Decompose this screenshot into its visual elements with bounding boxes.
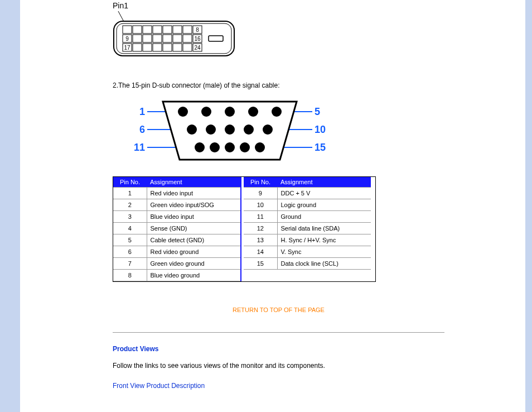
dvi-pin-24: 24 xyxy=(194,45,201,51)
dvi-connector-diagram: 8 9 16 17 24 xyxy=(113,11,444,61)
svg-rect-23 xyxy=(163,44,172,51)
th-assign-left: Assignment xyxy=(147,177,240,188)
svg-point-39 xyxy=(272,107,282,117)
dvi-pin-9: 9 xyxy=(125,36,129,42)
vga-label-15: 15 xyxy=(315,142,326,153)
svg-rect-20 xyxy=(133,44,142,51)
th-assign-right: Assignment xyxy=(277,177,371,188)
svg-point-45 xyxy=(195,142,205,152)
table-row: 14V. Sync xyxy=(244,246,371,258)
svg-rect-16 xyxy=(173,35,182,42)
table-row: 5Cable detect (GND) xyxy=(113,234,240,246)
svg-rect-8 xyxy=(173,26,182,33)
vga-label-11: 11 xyxy=(134,142,145,153)
svg-point-49 xyxy=(255,142,265,152)
svg-point-42 xyxy=(225,124,235,135)
product-views-heading: Product Views xyxy=(113,345,444,353)
table-row: 3Blue video input xyxy=(113,211,240,223)
svg-point-41 xyxy=(206,124,216,135)
divider xyxy=(113,332,444,333)
svg-point-48 xyxy=(240,142,250,152)
table-row: 8Blue video ground xyxy=(113,270,240,281)
svg-point-40 xyxy=(187,124,197,135)
svg-rect-7 xyxy=(163,26,172,33)
table-row: 10Logic ground xyxy=(244,199,371,211)
front-view-link[interactable]: Front View Product Description xyxy=(113,382,205,390)
return-to-top-link[interactable]: RETURN TO TOP OF THE PAGE xyxy=(233,306,325,313)
svg-rect-27 xyxy=(209,36,223,41)
svg-rect-21 xyxy=(143,44,152,51)
svg-point-38 xyxy=(248,107,258,117)
table-row: 11Ground xyxy=(244,211,371,223)
vga-label-6: 6 xyxy=(139,124,145,135)
pin1-label: Pin1 xyxy=(113,1,444,10)
dvi-pin-16: 16 xyxy=(194,36,201,42)
caption-dsub: 2.The 15-pin D-sub connector (male) of t… xyxy=(113,82,444,89)
svg-rect-25 xyxy=(183,44,192,51)
svg-rect-24 xyxy=(173,44,182,51)
svg-rect-15 xyxy=(163,35,172,42)
table-row: 1Red video input xyxy=(113,188,240,199)
svg-point-46 xyxy=(210,142,220,152)
vga-connector-diagram: 1 6 11 5 10 15 xyxy=(129,98,444,165)
th-pin-left: Pin No. xyxy=(113,177,147,188)
table-row: 2Green video input/SOG xyxy=(113,199,240,211)
svg-point-37 xyxy=(225,107,235,117)
svg-rect-17 xyxy=(183,35,192,42)
vga-label-5: 5 xyxy=(315,106,320,117)
th-pin-right: Pin No. xyxy=(244,177,277,188)
table-row: 6Red video ground xyxy=(113,246,240,258)
svg-rect-6 xyxy=(153,26,162,33)
svg-point-44 xyxy=(263,124,273,135)
vga-label-1: 1 xyxy=(139,106,145,117)
table-row: 12Serial data line (SDA) xyxy=(244,223,371,234)
svg-point-43 xyxy=(244,124,254,135)
table-row: 7Green video ground xyxy=(113,258,240,270)
dvi-pin-17: 17 xyxy=(124,45,130,51)
svg-rect-4 xyxy=(133,26,142,33)
svg-rect-9 xyxy=(183,26,192,33)
table-row: 13H. Sync / H+V. Sync xyxy=(244,234,371,246)
svg-point-35 xyxy=(178,107,188,117)
svg-point-47 xyxy=(225,142,235,152)
svg-rect-3 xyxy=(123,26,132,33)
svg-rect-5 xyxy=(143,26,152,33)
svg-rect-13 xyxy=(143,35,152,42)
dvi-pin-8: 8 xyxy=(196,27,199,33)
svg-point-36 xyxy=(201,107,211,117)
svg-rect-22 xyxy=(153,44,162,51)
table-row: 9DDC + 5 V xyxy=(244,188,371,199)
svg-rect-12 xyxy=(133,35,142,42)
svg-rect-14 xyxy=(153,35,162,42)
table-row: 15Data clock line (SCL) xyxy=(244,258,371,270)
pin-assignment-table: Pin No. Assignment 1Red video input 2Gre… xyxy=(113,176,376,282)
table-row: 4Sense (GND) xyxy=(113,223,240,234)
vga-label-10: 10 xyxy=(315,124,326,135)
product-views-desc: Follow the links to see various views of… xyxy=(113,362,444,370)
